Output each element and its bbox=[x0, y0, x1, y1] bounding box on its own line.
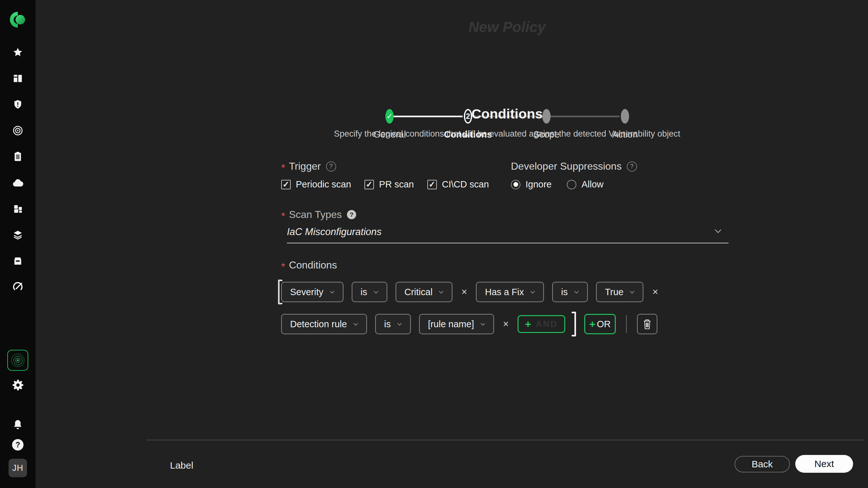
sidebar-nav bbox=[12, 47, 24, 293]
footer-divider bbox=[146, 440, 865, 440]
brand-logo-icon[interactable] bbox=[9, 11, 27, 29]
field-select[interactable]: Severity bbox=[281, 282, 343, 302]
developer-suppressions-field: Developer Suppressions ? Ignore Allow bbox=[511, 160, 637, 190]
apps-grid-icon[interactable] bbox=[12, 399, 24, 411]
chevron-down-icon bbox=[480, 323, 485, 326]
chevron-down-icon bbox=[397, 323, 402, 326]
help-icon[interactable]: ? bbox=[12, 439, 24, 451]
pill-label: [rule name] bbox=[428, 319, 474, 330]
radio-selected-icon bbox=[511, 180, 520, 189]
scan-types-field: * Scan Types ? IaC Misconfigurations bbox=[281, 209, 728, 243]
target-rings-icon[interactable] bbox=[12, 125, 24, 136]
user-avatar[interactable]: JH bbox=[8, 459, 27, 477]
pill-label: Has a Fix bbox=[485, 287, 524, 297]
radio-label: Ignore bbox=[526, 179, 552, 190]
scan-types-help-icon[interactable]: ? bbox=[347, 210, 356, 219]
radio-label: Allow bbox=[582, 179, 603, 190]
radio-unselected-icon bbox=[567, 180, 576, 189]
radio-allow[interactable]: Allow bbox=[567, 179, 603, 190]
value-select[interactable]: Critical bbox=[396, 282, 453, 302]
clipboard-report-icon[interactable] bbox=[12, 151, 24, 162]
value-select[interactable]: [rule name] bbox=[419, 314, 494, 334]
marketplace-store-icon[interactable] bbox=[12, 255, 24, 267]
field-select[interactable]: Has a Fix bbox=[476, 282, 544, 302]
operator-select[interactable]: is bbox=[352, 282, 387, 302]
scan-types-value: IaC Misconfigurations bbox=[287, 226, 381, 237]
sidebar-bottom: ? JH bbox=[7, 350, 28, 488]
notifications-bell-icon[interactable] bbox=[12, 419, 24, 431]
chevron-down-icon bbox=[715, 229, 721, 235]
page-title: New Policy bbox=[469, 19, 546, 36]
step-dot bbox=[621, 109, 629, 124]
chevron-down-icon bbox=[574, 291, 579, 294]
trigger-field: * Trigger ? ✓ Periodic scan ✓ PR scan ✓ … bbox=[281, 160, 489, 190]
chevron-down-icon bbox=[630, 291, 634, 294]
group-close-bracket bbox=[571, 312, 576, 336]
scan-types-label: Scan Types bbox=[289, 209, 342, 220]
chevron-down-icon bbox=[374, 291, 378, 294]
chevron-down-icon bbox=[530, 291, 535, 294]
add-or-button[interactable]: + OR bbox=[584, 314, 616, 334]
plus-icon: + bbox=[589, 319, 596, 330]
checkbox-pr-scan[interactable]: ✓ PR scan bbox=[365, 179, 414, 190]
settings-gear-icon[interactable] bbox=[12, 379, 24, 391]
scan-types-select[interactable]: IaC Misconfigurations bbox=[287, 224, 728, 243]
suppressions-help-icon[interactable]: ? bbox=[627, 161, 637, 172]
section-heading: Conditions bbox=[471, 106, 543, 122]
divider bbox=[626, 315, 627, 333]
value-select[interactable]: True bbox=[596, 282, 644, 302]
chevron-down-icon bbox=[330, 291, 335, 294]
trigger-help-icon[interactable]: ? bbox=[326, 161, 336, 172]
checkbox-label: PR scan bbox=[379, 179, 414, 190]
checkbox-cicd-scan[interactable]: ✓ CI\CD scan bbox=[427, 179, 489, 190]
or-label: OR bbox=[597, 319, 611, 330]
group-open-bracket bbox=[278, 280, 282, 304]
remove-condition-icon[interactable]: × bbox=[652, 286, 659, 298]
cloud-icon[interactable] bbox=[12, 177, 24, 188]
back-button[interactable]: Back bbox=[735, 456, 790, 472]
step-number-badge: 2 bbox=[464, 109, 472, 124]
favorites-star-icon[interactable] bbox=[12, 47, 24, 58]
sidebar: ? JH bbox=[0, 0, 36, 488]
checkbox-periodic-scan[interactable]: ✓ Periodic scan bbox=[281, 179, 351, 190]
chevron-down-icon bbox=[439, 291, 443, 294]
checkbox-label: Periodic scan bbox=[296, 179, 351, 190]
dashboard-panels-icon[interactable] bbox=[12, 72, 24, 84]
section-subtitle: Specify the logical conditions that will… bbox=[334, 129, 680, 139]
condition-row: Detection rule is [rule name] × + AN bbox=[281, 312, 659, 336]
gauge-icon[interactable] bbox=[12, 281, 24, 293]
plus-icon: + bbox=[525, 319, 531, 330]
required-asterisk: * bbox=[281, 213, 285, 219]
operator-select[interactable]: is bbox=[552, 282, 588, 302]
field-select[interactable]: Detection rule bbox=[281, 314, 367, 334]
blocks-icon[interactable] bbox=[12, 203, 24, 214]
next-button[interactable]: Next bbox=[795, 455, 853, 473]
step-complete-check-icon: ✓ bbox=[385, 109, 394, 124]
pill-label: is bbox=[384, 319, 391, 330]
pill-label: is bbox=[561, 287, 568, 297]
trigger-label: Trigger bbox=[289, 160, 320, 172]
remove-condition-icon[interactable]: × bbox=[461, 286, 468, 298]
checkbox-label: CI\CD scan bbox=[442, 179, 489, 190]
operator-select[interactable]: is bbox=[375, 314, 411, 334]
wizard-stepper: ✓ General 2 Conditions Scope Action bbox=[350, 55, 664, 90]
layers-icon[interactable] bbox=[12, 229, 24, 241]
ai-spiral-selected[interactable] bbox=[7, 350, 28, 371]
remove-condition-icon[interactable]: × bbox=[502, 318, 509, 330]
and-label: AND bbox=[536, 319, 558, 329]
delete-group-button[interactable] bbox=[637, 314, 657, 334]
conditions-field: * Conditions Severity is Criti bbox=[281, 259, 659, 336]
main-content: New Policy ✓ General 2 Conditions Scope … bbox=[36, 0, 868, 488]
add-and-button[interactable]: + AND bbox=[518, 315, 565, 333]
trash-icon bbox=[643, 318, 652, 330]
required-asterisk: * bbox=[281, 264, 285, 270]
radio-ignore[interactable]: Ignore bbox=[511, 179, 552, 190]
pill-label: is bbox=[361, 287, 367, 297]
pill-label: Detection rule bbox=[290, 319, 347, 330]
pill-label: Critical bbox=[404, 287, 433, 297]
new-policy-wizard: ? JH New Policy ✓ General 2 Conditions S… bbox=[0, 0, 868, 488]
shield-alert-icon[interactable] bbox=[12, 98, 24, 110]
required-asterisk: * bbox=[281, 164, 285, 171]
pill-label: True bbox=[605, 287, 624, 297]
suppressions-label: Developer Suppressions bbox=[511, 160, 622, 172]
